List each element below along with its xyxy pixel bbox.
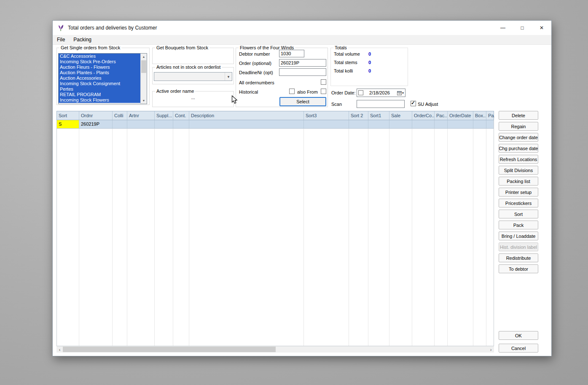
column-header-sort1[interactable]: Sort1: [368, 111, 389, 120]
calendar-glyph: [397, 91, 402, 95]
scrollbar-thumb[interactable]: [63, 347, 276, 352]
su-adjust-checkbox[interactable]: ✓: [411, 101, 416, 106]
column-header-pac[interactable]: Pac...: [435, 111, 448, 120]
scrollbar-track[interactable]: [63, 346, 488, 353]
debtor-number-field[interactable]: [279, 50, 304, 57]
column-header-sort[interactable]: Sort: [57, 111, 79, 120]
redistribute-button[interactable]: Redistribute: [499, 253, 538, 262]
single-orders-list: C&C Accessories Incoming Stock Pre-Order…: [59, 54, 140, 104]
to-debtor-button[interactable]: To debtor: [499, 264, 538, 273]
packing-list-button[interactable]: Packing list: [499, 177, 538, 186]
sort-button[interactable]: Sort: [499, 210, 538, 218]
cell-empty[interactable]: [349, 120, 368, 128]
orders-grid: Sort Ordnr Colli Artnr Suppl... Cont. De…: [56, 111, 494, 346]
articles-combobox[interactable]: ▾: [154, 72, 232, 81]
column-header-description[interactable]: Description: [189, 111, 304, 120]
list-item[interactable]: Incoming Stock Flowers: [59, 97, 140, 103]
column-header-supplier[interactable]: Suppl...: [155, 111, 173, 120]
list-item[interactable]: Auction Plantes - Plants: [59, 70, 140, 75]
app-flower-icon: [57, 24, 64, 32]
check-icon: ✓: [411, 100, 415, 106]
historical-checkbox[interactable]: [289, 89, 295, 94]
cancel-button[interactable]: Cancel: [499, 344, 538, 353]
cell-empty[interactable]: [486, 120, 494, 128]
total-volume-label: Total volume: [334, 51, 360, 57]
cell-empty[interactable]: [412, 120, 435, 128]
column-header-artnr[interactable]: Artnr: [127, 111, 155, 120]
column-header-sale[interactable]: Sale: [389, 111, 412, 120]
minimize-icon[interactable]: —: [493, 21, 513, 35]
cell-empty[interactable]: [189, 120, 304, 128]
column-header-colli[interactable]: Colli: [113, 111, 127, 120]
listbox-vertical-scrollbar[interactable]: ▲ ▼: [140, 54, 147, 104]
title-bar: Total orders and deliveries by Customer …: [53, 21, 551, 35]
cell-empty[interactable]: [448, 120, 473, 128]
cell-empty[interactable]: [389, 120, 412, 128]
chg-purchase-date-button[interactable]: Chg purchase date: [499, 144, 538, 153]
scroll-down-icon[interactable]: ▼: [141, 97, 147, 104]
cell-empty[interactable]: [155, 120, 173, 128]
list-item[interactable]: Incoming Stock Consignment: [59, 81, 140, 86]
cell-empty[interactable]: [173, 120, 189, 128]
grid-horizontal-scrollbar[interactable]: ‹ ›: [56, 346, 494, 353]
grid-body[interactable]: S 260219P: [56, 120, 494, 346]
change-order-date-button[interactable]: Change order date: [499, 133, 538, 142]
scroll-left-icon[interactable]: ‹: [56, 346, 63, 353]
menu-packing[interactable]: Packing: [69, 35, 96, 44]
pricestickers-button[interactable]: Pricestickers: [499, 199, 538, 207]
cell-empty[interactable]: [473, 120, 486, 128]
maximize-icon[interactable]: □: [513, 21, 532, 35]
group-bouquets: Get Bouquets from Stock: [152, 48, 234, 64]
cell-empty[interactable]: [435, 120, 448, 128]
cell-empty[interactable]: [113, 120, 127, 128]
total-stems-label: Total stems: [334, 60, 357, 65]
regain-button[interactable]: Regain: [499, 122, 538, 131]
calendar-icon[interactable]: ▾: [396, 89, 405, 97]
list-item[interactable]: Auction Fleurs - Flowers: [59, 65, 140, 70]
list-item[interactable]: Incoming Stock Pre-Orders: [59, 59, 140, 65]
close-icon[interactable]: ✕: [532, 21, 551, 35]
list-item[interactable]: Pertes: [59, 86, 140, 92]
select-button[interactable]: Select: [279, 97, 326, 106]
column-header-orderdate[interactable]: OrderDate: [448, 111, 473, 120]
cell-ordnr[interactable]: 260219P: [79, 120, 113, 128]
printer-setup-button[interactable]: Printer setup: [499, 188, 538, 197]
column-header-sort3[interactable]: Sort3: [304, 111, 349, 120]
scan-input[interactable]: [357, 100, 405, 108]
order-date-checkbox[interactable]: [358, 90, 363, 95]
single-orders-listbox[interactable]: C&C Accessories Incoming Stock Pre-Order…: [58, 53, 147, 104]
split-divisions-button[interactable]: Split Divisions: [499, 166, 538, 175]
scroll-right-icon[interactable]: ›: [488, 346, 494, 353]
cell-empty[interactable]: [304, 120, 349, 128]
deadline-label: DeadlineNr (opt): [239, 70, 273, 75]
all-ordernumbers-checkbox[interactable]: [321, 79, 326, 85]
column-header-pa[interactable]: Pa...: [486, 111, 494, 120]
list-item[interactable]: RETAIL PROGRAM: [59, 92, 140, 97]
total-volume-value: 0: [368, 51, 371, 57]
scroll-up-icon[interactable]: ▲: [141, 54, 147, 60]
column-header-sort2[interactable]: Sort 2: [349, 111, 368, 120]
list-item[interactable]: Auction Accessories: [59, 75, 140, 81]
list-item[interactable]: C&C Accessories: [59, 54, 140, 59]
ok-button[interactable]: OK: [499, 331, 538, 340]
column-header-cont[interactable]: Cont.: [173, 111, 189, 120]
table-row[interactable]: S 260219P: [57, 120, 494, 129]
column-header-box[interactable]: Box...: [473, 111, 486, 120]
cell-empty[interactable]: [368, 120, 389, 128]
deadline-field[interactable]: [279, 68, 326, 76]
scrollbar-thumb[interactable]: [141, 60, 146, 73]
cell-sort[interactable]: S: [57, 120, 79, 128]
delete-button[interactable]: Delete: [499, 111, 538, 120]
active-order-value: ...: [152, 95, 234, 100]
bring-loaddate-button[interactable]: Bring / Loaddate: [499, 232, 538, 240]
column-header-ordnr[interactable]: Ordnr: [79, 111, 113, 120]
pack-button[interactable]: Pack: [499, 221, 538, 229]
menu-file[interactable]: File: [53, 35, 69, 44]
order-date-picker[interactable]: 2/18/2026 ▾: [357, 89, 405, 97]
order-number-field[interactable]: [279, 59, 326, 67]
chevron-down-icon[interactable]: ▾: [225, 73, 232, 81]
column-header-orderco[interactable]: OrderCo...: [412, 111, 435, 120]
refresh-locations-button[interactable]: Refresh Locations: [499, 155, 538, 164]
also-from-checkbox[interactable]: [321, 89, 326, 94]
cell-empty[interactable]: [127, 120, 155, 128]
